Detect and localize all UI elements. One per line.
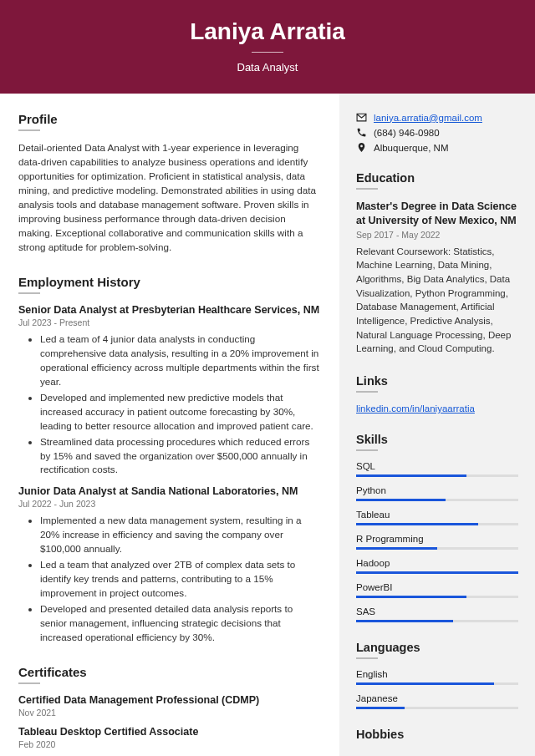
skill-name: Tableau — [356, 510, 518, 520]
skills-list: SQLPythonTableauR ProgrammingHadoopPower… — [356, 461, 518, 622]
main-column: Profile Detail-oriented Data Analyst wit… — [0, 94, 339, 756]
jobs-list: Senior Data Analyst at Presbyterian Heal… — [18, 304, 321, 645]
skill-bar — [356, 682, 518, 685]
header: Laniya Arratia Data Analyst — [0, 0, 535, 94]
skill-item: Python — [356, 485, 518, 501]
skill-fill — [356, 474, 466, 477]
education-text: Relevant Coursework: Statistics, Machine… — [356, 245, 518, 356]
skill-item: PowerBI — [356, 582, 518, 598]
job-bullet: Led a team of 4 junior data analysts in … — [40, 332, 321, 389]
skill-item: SQL — [356, 461, 518, 477]
employment-title: Employment History — [18, 275, 321, 289]
certificates-section: Certificates Certified Data Management P… — [18, 665, 321, 749]
languages-section: Languages EnglishJapanese — [356, 641, 518, 709]
skill-item: English — [356, 669, 518, 685]
cert-name: Certified Data Management Professional (… — [18, 694, 321, 706]
job-bullet: Developed and implemented new predictive… — [40, 391, 321, 434]
linkedin-link[interactable]: linkedin.com/in/laniyaarratia — [356, 403, 475, 414]
job-bullet: Streamlined data processing procedures w… — [40, 435, 321, 478]
skill-bar — [356, 499, 518, 501]
phone-icon — [356, 127, 367, 138]
section-rule — [18, 682, 40, 684]
body: Profile Detail-oriented Data Analyst wit… — [0, 94, 535, 756]
profile-title: Profile — [18, 112, 321, 126]
skill-fill — [356, 571, 518, 574]
cert-date: Feb 2020 — [18, 739, 321, 749]
contact-location-row: Albuquerque, NM — [356, 142, 518, 153]
certificates-list: Certified Data Management Professional (… — [18, 694, 321, 749]
job-bullet: Developed and presented detailed data an… — [40, 602, 321, 645]
skill-bar — [356, 620, 518, 622]
skill-bar — [356, 547, 518, 550]
skill-item: R Programming — [356, 534, 518, 550]
skill-name: Japanese — [356, 693, 518, 703]
skills-title: Skills — [356, 433, 518, 446]
skill-bar — [356, 596, 518, 598]
employment-section: Employment History Senior Data Analyst a… — [18, 275, 321, 645]
phone-text: (684) 946-0980 — [374, 128, 440, 138]
job-role: Data Analyst — [0, 61, 535, 74]
location-icon — [356, 142, 367, 153]
skill-item: Japanese — [356, 693, 518, 709]
skill-name: R Programming — [356, 534, 518, 544]
header-divider — [252, 52, 283, 53]
skill-name: English — [356, 669, 518, 679]
skill-fill — [356, 596, 466, 598]
skill-fill — [356, 620, 453, 622]
job-date: Jul 2022 - Jun 2023 — [18, 499, 321, 509]
full-name: Laniya Arratia — [0, 18, 535, 45]
hobbies-title: Hobbies — [356, 728, 518, 741]
cert-name: Tableau Desktop Certified Associate — [18, 726, 321, 738]
skill-bar — [356, 523, 518, 525]
profile-section: Profile Detail-oriented Data Analyst wit… — [18, 112, 321, 255]
skill-fill — [356, 547, 437, 550]
cert-date: Nov 2021 — [18, 708, 321, 718]
education-date: Sep 2017 - May 2022 — [356, 230, 518, 240]
contact-section: laniya.arratia@gmail.com (684) 946-0980 … — [356, 112, 518, 153]
skills-section: Skills SQLPythonTableauR ProgrammingHado… — [356, 433, 518, 622]
section-rule — [18, 292, 40, 294]
job-date: Jul 2023 - Present — [18, 317, 321, 327]
skill-name: Python — [356, 485, 518, 495]
job-bullets: Led a team of 4 junior data analysts in … — [18, 332, 321, 478]
sidebar: laniya.arratia@gmail.com (684) 946-0980 … — [339, 94, 535, 756]
skill-item: SAS — [356, 606, 518, 622]
education-section: Education Master's Degree in Data Scienc… — [356, 171, 518, 356]
skill-fill — [356, 682, 494, 685]
skill-item: Hadoop — [356, 558, 518, 574]
job-title: Senior Data Analyst at Presbyterian Heal… — [18, 304, 321, 316]
section-rule — [356, 188, 378, 190]
languages-title: Languages — [356, 641, 518, 654]
skill-item: Tableau — [356, 510, 518, 525]
skill-bar — [356, 571, 518, 574]
skill-bar — [356, 707, 518, 709]
job-bullet: Led a team that analyzed over 2TB of com… — [40, 558, 321, 601]
skill-name: Hadoop — [356, 558, 518, 568]
section-rule — [356, 657, 378, 659]
contact-phone-row: (684) 946-0980 — [356, 127, 518, 138]
skill-fill — [356, 499, 446, 501]
location-text: Albuquerque, NM — [374, 143, 449, 153]
skill-name: SAS — [356, 606, 518, 616]
links-section: Links linkedin.com/in/laniyaarratia — [356, 374, 518, 414]
profile-text: Detail-oriented Data Analyst with 1-year… — [18, 141, 321, 255]
section-rule — [18, 129, 40, 131]
skill-fill — [356, 523, 478, 525]
hobbies-section: Hobbies — [356, 728, 518, 741]
skill-fill — [356, 707, 405, 709]
email-link[interactable]: laniya.arratia@gmail.com — [374, 113, 482, 123]
job-title: Junior Data Analyst at Sandia National L… — [18, 485, 321, 497]
links-title: Links — [356, 374, 518, 388]
skill-bar — [356, 474, 518, 477]
education-degree: Master's Degree in Data Science at Unive… — [356, 200, 518, 228]
section-rule — [356, 449, 378, 451]
job-bullet: Implemented a new data management system… — [40, 514, 321, 556]
skill-name: PowerBI — [356, 582, 518, 592]
skill-name: SQL — [356, 461, 518, 471]
section-rule — [356, 391, 378, 393]
education-title: Education — [356, 171, 518, 185]
certificates-title: Certificates — [18, 665, 321, 679]
contact-email-row: laniya.arratia@gmail.com — [356, 112, 518, 123]
languages-list: EnglishJapanese — [356, 669, 518, 709]
job-bullets: Implemented a new data management system… — [18, 514, 321, 645]
